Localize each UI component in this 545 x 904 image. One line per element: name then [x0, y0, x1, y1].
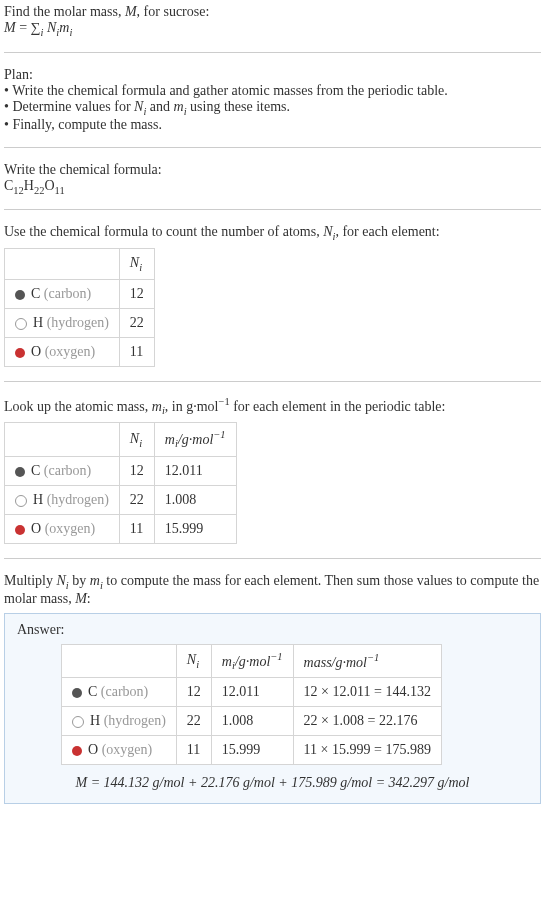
divider [4, 147, 541, 148]
answer-box: Answer: Ni mi/g·mol−1 mass/g·mol−1 C (ca… [4, 613, 541, 804]
table-row: O (oxygen)1115.999 [5, 514, 237, 543]
th-Ni: Ni [119, 249, 154, 280]
table-row: O (oxygen)1115.99911 × 15.999 = 175.989 [62, 736, 442, 765]
plan-section: Plan: • Write the chemical formula and g… [4, 67, 541, 133]
t: Look up the atomic mass, [4, 399, 152, 414]
cell-value: 22 × 1.008 = 22.176 [293, 707, 441, 736]
var-m: m [90, 573, 100, 588]
cell-element: C (carbon) [5, 456, 120, 485]
t: by [69, 573, 90, 588]
answer-table: Ni mi/g·mol−1 mass/g·mol−1 C (carbon)121… [61, 644, 442, 765]
cell-value: 12 [176, 678, 211, 707]
table-row: H (hydrogen)221.008 [5, 485, 237, 514]
divider [4, 558, 541, 559]
carbon-icon [15, 290, 25, 300]
t: O [44, 178, 54, 193]
cell-value: 15.999 [154, 514, 236, 543]
step-heading: Multiply Ni by mi to compute the mass fo… [4, 573, 541, 607]
cell-element: H (hydrogen) [5, 485, 120, 514]
table-header-row: Ni [5, 249, 155, 280]
cell-value: 1.008 [211, 707, 293, 736]
cell-value: 15.999 [211, 736, 293, 765]
t: = ∑ [19, 20, 40, 35]
final-formula: M = 144.132 g/mol + 22.176 g/mol + 175.9… [17, 775, 528, 791]
table-header-row: Ni mi/g·mol−1 [5, 423, 237, 456]
table-header-row: Ni mi/g·mol−1 mass/g·mol−1 [62, 644, 442, 677]
atom-count-table: Ni C (carbon)12 H (hydrogen)22 O (oxygen… [4, 248, 155, 367]
cell-value: 11 [119, 337, 154, 366]
t: for each element in the periodic table: [230, 399, 446, 414]
var-M: M [125, 4, 137, 19]
var-m: m [152, 399, 162, 414]
table-row: C (carbon)12 [5, 279, 155, 308]
var-N: N [47, 20, 56, 35]
divider [4, 209, 541, 210]
t: H [24, 178, 34, 193]
oxygen-icon [15, 348, 25, 358]
cell-value: 11 × 15.999 = 175.989 [293, 736, 441, 765]
atomic-mass-table: Ni mi/g·mol−1 C (carbon)1212.011 H (hydr… [4, 422, 237, 543]
table-row: H (hydrogen)221.00822 × 1.008 = 22.176 [62, 707, 442, 736]
cell-value: 12 [119, 279, 154, 308]
t: , for sucrose: [137, 4, 210, 19]
step-heading: Write the chemical formula: [4, 162, 541, 178]
var-m: m [59, 20, 69, 35]
th-blank [5, 423, 120, 456]
cell-value: 12.011 [154, 456, 236, 485]
cell-element: H (hydrogen) [62, 707, 177, 736]
intro-text: Find the molar mass, M, for sucrose: [4, 4, 541, 20]
cell-value: 12 × 12.011 = 144.132 [293, 678, 441, 707]
t: , for each element: [335, 224, 439, 239]
plan-item: • Determine values for Ni and mi using t… [4, 99, 541, 117]
sigma-sub: i [41, 27, 44, 38]
t: Multiply [4, 573, 57, 588]
cell-element: C (carbon) [62, 678, 177, 707]
th-mi: mi/g·mol−1 [211, 644, 293, 677]
cell-value: 22 [176, 707, 211, 736]
plan-item: • Write the chemical formula and gather … [4, 83, 541, 99]
plan-item: • Finally, compute the mass. [4, 117, 541, 133]
divider [4, 381, 541, 382]
th-mass: mass/g·mol−1 [293, 644, 441, 677]
var-M: M [4, 20, 16, 35]
var-N: N [57, 573, 66, 588]
var-N: N [323, 224, 332, 239]
hydrogen-icon [15, 318, 27, 330]
cell-value: 22 [119, 308, 154, 337]
hydrogen-icon [15, 495, 27, 507]
t: 22 [34, 184, 45, 195]
carbon-icon [72, 688, 82, 698]
t: C [4, 178, 13, 193]
cell-element: O (oxygen) [5, 337, 120, 366]
answer-label: Answer: [17, 622, 528, 638]
cell-value: 1.008 [154, 485, 236, 514]
cell-value: 11 [176, 736, 211, 765]
cell-element: O (oxygen) [62, 736, 177, 765]
chemical-formula: C12H22O11 [4, 178, 541, 196]
th-mi: mi/g·mol−1 [154, 423, 236, 456]
step-heading: Use the chemical formula to count the nu… [4, 224, 541, 242]
t: 12 [13, 184, 24, 195]
th-blank [5, 249, 120, 280]
cell-value: 12 [119, 456, 154, 485]
table-row: C (carbon)1212.01112 × 12.011 = 144.132 [62, 678, 442, 707]
t: Find the molar mass, [4, 4, 125, 19]
oxygen-icon [15, 525, 25, 535]
super-neg1: −1 [218, 396, 229, 407]
cell-element: C (carbon) [5, 279, 120, 308]
table-row: C (carbon)1212.011 [5, 456, 237, 485]
th-blank [62, 644, 177, 677]
table-row: H (hydrogen)22 [5, 308, 155, 337]
cell-value: 12.011 [211, 678, 293, 707]
molar-mass-formula: M = ∑i Nimi [4, 20, 541, 38]
th-Ni: Ni [119, 423, 154, 456]
cell-element: O (oxygen) [5, 514, 120, 543]
cell-value: 11 [119, 514, 154, 543]
step-heading: Look up the atomic mass, mi, in g·mol−1 … [4, 396, 541, 416]
t: : [87, 591, 91, 606]
carbon-icon [15, 467, 25, 477]
divider [4, 52, 541, 53]
t: Use the chemical formula to count the nu… [4, 224, 323, 239]
oxygen-icon [72, 746, 82, 756]
plan-title: Plan: [4, 67, 541, 83]
